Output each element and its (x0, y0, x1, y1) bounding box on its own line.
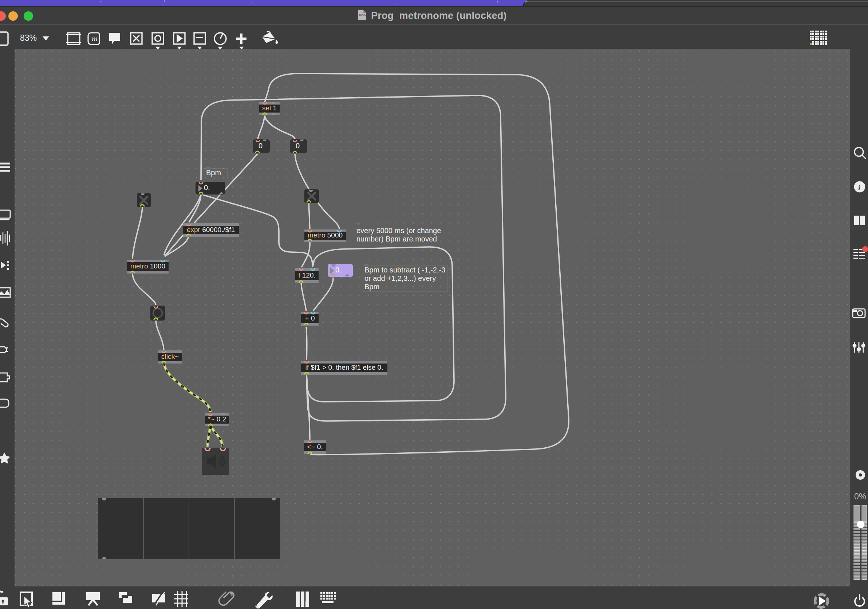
svg-text:m: m (92, 34, 98, 43)
svg-text:i: i (858, 183, 861, 192)
svg-text:83%: 83% (20, 33, 37, 43)
svg-text:0%: 0% (854, 492, 866, 501)
